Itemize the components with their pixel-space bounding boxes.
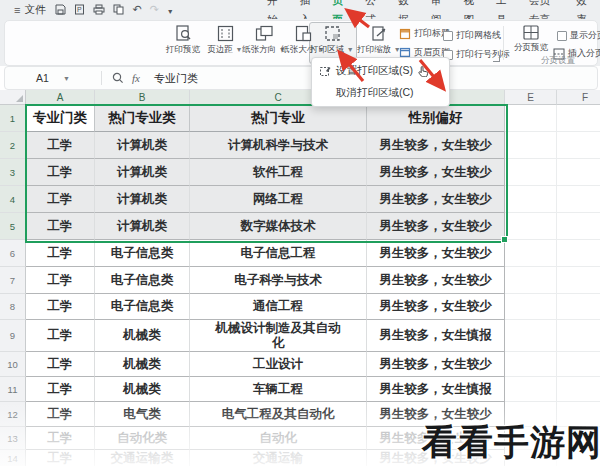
print-preview-button[interactable]: 打印预览 (161, 24, 205, 58)
column-header-B[interactable]: B (95, 90, 190, 105)
cell-A11[interactable]: 工学 (26, 377, 95, 402)
cell-C7[interactable]: 电子科学与技术 (190, 267, 367, 294)
toolbar-more-icon[interactable]: ▼ (167, 4, 174, 16)
cell-B6[interactable]: 电子信息类 (95, 240, 190, 267)
cell-E3[interactable] (505, 159, 557, 186)
row-header-9[interactable]: 9 (0, 320, 26, 352)
row-header-14[interactable]: 14 (0, 450, 26, 466)
cell-D7[interactable]: 男生较多，女生较少 (367, 267, 505, 294)
cell-C6[interactable]: 电子信息工程 (190, 240, 367, 267)
cell-A2[interactable]: 工学 (26, 132, 95, 159)
cell-F6[interactable] (557, 240, 600, 267)
cell-D10[interactable]: 男生较多，女生较少 (367, 352, 505, 377)
redo-icon[interactable]: ↷ (150, 3, 159, 16)
print-area-button[interactable]: 打印区域 ▼ (310, 24, 354, 58)
cell-A7[interactable]: 工学 (26, 267, 95, 294)
cell-F7[interactable] (557, 267, 600, 294)
row-header-5[interactable]: 5 (0, 213, 26, 240)
cell-A1[interactable]: 专业门类 (26, 105, 95, 132)
cell-C14[interactable]: 交通运输 (190, 450, 367, 466)
select-all-corner[interactable] (0, 90, 26, 105)
cell-B14[interactable]: 交通运输类 (95, 450, 190, 466)
row-header-1[interactable]: 1 (0, 105, 26, 132)
cell-A6[interactable]: 工学 (26, 240, 95, 267)
cell-F1[interactable] (557, 105, 600, 132)
cell-A12[interactable]: 工学 (26, 402, 95, 427)
column-header-F[interactable]: F (557, 90, 600, 105)
cell-C12[interactable]: 电气工程及其自动化 (190, 402, 367, 427)
menu-item-set-print-area[interactable]: 设置打印区域(S) (312, 60, 449, 82)
formula-content[interactable]: 专业门类 (154, 71, 198, 86)
cell-B2[interactable]: 计算机类 (95, 132, 190, 159)
cell-C4[interactable]: 网络工程 (190, 186, 367, 213)
cell-F3[interactable] (557, 159, 600, 186)
cell-C9[interactable]: 机械设计制造及其自动化 (190, 320, 367, 352)
row-header-6[interactable]: 6 (0, 240, 26, 267)
cell-A13[interactable]: 工学 (26, 427, 95, 450)
page-margins-button[interactable]: 页边距 ▼ (203, 24, 247, 58)
checkbox-show-page-breaks[interactable]: 显示分页符 (557, 29, 600, 42)
row-header-7[interactable]: 7 (0, 267, 26, 294)
menu-item-cancel-print-area[interactable]: 取消打印区域(C) (312, 82, 449, 104)
cell-F8[interactable] (557, 294, 600, 320)
row-header-4[interactable]: 4 (0, 186, 26, 213)
cell-B8[interactable]: 电子信息类 (95, 294, 190, 320)
cell-D2[interactable]: 男生较多，女生较少 (367, 132, 505, 159)
cell-E11[interactable] (505, 377, 557, 402)
cell-B9[interactable]: 机械类 (95, 320, 190, 352)
cell-F4[interactable] (557, 186, 600, 213)
cell-F5[interactable] (557, 213, 600, 240)
cell-E10[interactable] (505, 352, 557, 377)
fx-icon[interactable]: fx (132, 72, 140, 84)
checkbox-print-gridlines[interactable]: 打印网格线 (443, 29, 501, 42)
cell-D6[interactable]: 男生较多，女生较少 (367, 240, 505, 267)
print-scale-button[interactable]: 打印缩放 ▼ (357, 24, 401, 58)
cell-A4[interactable]: 工学 (26, 186, 95, 213)
file-menu[interactable]: 文件 (24, 3, 45, 17)
cell-A3[interactable]: 工学 (26, 159, 95, 186)
cell-D4[interactable]: 男生较多，女生较少 (367, 186, 505, 213)
cell-C10[interactable]: 工业设计 (190, 352, 367, 377)
cell-C1[interactable]: 热门专业 (190, 105, 367, 132)
page-break-preview-button[interactable]: 分页预览 (509, 24, 553, 58)
cell-A10[interactable]: 工学 (26, 352, 95, 377)
row-header-3[interactable]: 3 (0, 159, 26, 186)
cell-C2[interactable]: 计算机科学与技术 (190, 132, 367, 159)
cell-C8[interactable]: 通信工程 (190, 294, 367, 320)
cell-D9[interactable]: 男生较多，女生慎报 (367, 320, 505, 352)
row-header-12[interactable]: 12 (0, 402, 26, 427)
cell-E1[interactable] (505, 105, 557, 132)
cell-D1[interactable]: 性别偏好 (367, 105, 505, 132)
cell-B5[interactable]: 计算机类 (95, 213, 190, 240)
name-box[interactable]: A1▼ (5, 72, 101, 84)
fill-handle[interactable] (501, 236, 508, 243)
search-icon[interactable] (112, 72, 124, 84)
cell-B1[interactable]: 热门专业类 (95, 105, 190, 132)
save-icon[interactable] (55, 4, 66, 15)
cell-C5[interactable]: 数字媒体技术 (190, 213, 367, 240)
column-header-A[interactable]: A (26, 90, 95, 105)
row-header-2[interactable]: 2 (0, 132, 26, 159)
cell-E6[interactable] (505, 240, 557, 267)
cell-C13[interactable]: 自动化 (190, 427, 367, 450)
cell-E2[interactable] (505, 132, 557, 159)
cell-A8[interactable]: 工学 (26, 294, 95, 320)
cell-F9[interactable] (557, 320, 600, 352)
paper-orientation-button[interactable]: 纸张方向 ▼ (242, 24, 286, 58)
cell-D11[interactable]: 男生较多，女生慎报 (367, 377, 505, 402)
name-box-dropdown-icon[interactable]: ▼ (63, 75, 70, 82)
cell-B12[interactable]: 电气类 (95, 402, 190, 427)
cell-C11[interactable]: 车辆工程 (190, 377, 367, 402)
cell-A5[interactable]: 工学 (26, 213, 95, 240)
row-header-8[interactable]: 8 (0, 294, 26, 320)
dialog-launcher-icon[interactable] (493, 55, 500, 62)
cell-B3[interactable]: 计算机类 (95, 159, 190, 186)
cell-E8[interactable] (505, 294, 557, 320)
undo-icon[interactable]: ↶ (132, 3, 141, 16)
row-header-13[interactable]: 13 (0, 427, 26, 450)
cell-F11[interactable] (557, 377, 600, 402)
cell-E7[interactable] (505, 267, 557, 294)
row-header-11[interactable]: 11 (0, 377, 26, 402)
cell-E5[interactable] (505, 213, 557, 240)
column-header-E[interactable]: E (505, 90, 557, 105)
